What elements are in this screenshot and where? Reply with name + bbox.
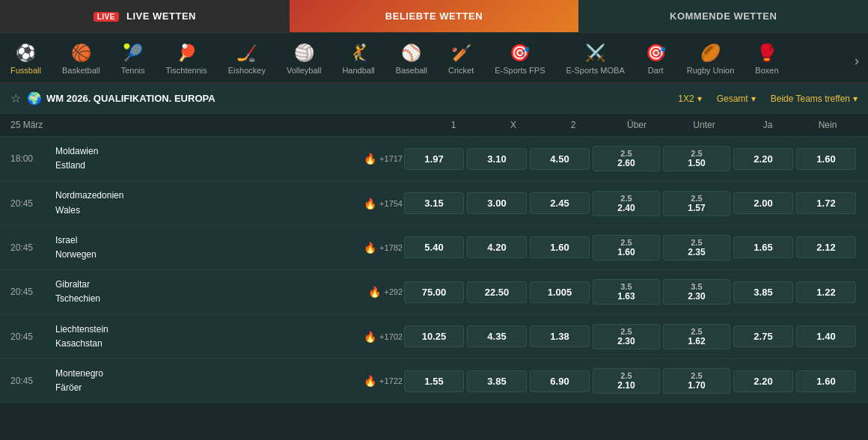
odds-btn-over[interactable]: 2.5 2.60 <box>593 146 660 171</box>
odds-btn-x[interactable]: 3.00 <box>467 192 527 214</box>
sport-label-tennis: Tennis <box>121 66 145 75</box>
sport-icon-eishockey: 🏒 <box>236 43 257 63</box>
odds-btn-2[interactable]: 2.45 <box>530 192 590 214</box>
odds-btn-over[interactable]: 2.5 2.40 <box>593 191 660 216</box>
odds-btn-over[interactable]: 2.5 2.10 <box>593 368 660 394</box>
sport-label-cricket: Cricket <box>448 66 474 75</box>
odds-btn-1[interactable]: 10.25 <box>404 326 464 347</box>
odds-btn-under[interactable]: 2.5 1.70 <box>663 368 730 394</box>
sport-icon-baseball: ⚾ <box>401 43 421 63</box>
fire-icon: 🔥 <box>364 331 376 343</box>
odds-btn-under[interactable]: 2.5 1.62 <box>663 324 730 349</box>
odds-btn-x[interactable]: 22.50 <box>467 281 527 303</box>
odds-btn-x[interactable]: 4.35 <box>467 326 527 347</box>
match-time: 20:45 <box>10 198 55 209</box>
sport-item-volleyball[interactable]: 🏐 Volleyball <box>276 39 331 84</box>
odds-btn-ja[interactable]: 2.20 <box>733 148 793 170</box>
match-row: 20:45 Gibraltar Tschechien 🔥 +292 75.00 … <box>0 270 868 314</box>
sport-item-eishockey[interactable]: 🏒 Eishockey <box>218 39 276 84</box>
match-row: 20:45 Nordmazedonien Wales 🔥 +1754 3.15 … <box>0 181 868 225</box>
odds-btn-nein[interactable]: 2.12 <box>796 236 856 258</box>
col-header-2: 2 <box>543 120 603 130</box>
favorite-star-icon[interactable]: ☆ <box>10 91 21 106</box>
match-fire: 🔥 +1722 <box>343 375 403 387</box>
odds-btn-over[interactable]: 2.5 2.30 <box>593 324 660 349</box>
odds-btn-2[interactable]: 4.50 <box>530 148 590 170</box>
sport-item-dart[interactable]: 🎯 Dart <box>635 39 676 84</box>
odds-btn-1[interactable]: 3.15 <box>404 192 464 214</box>
sport-item-fussball[interactable]: ⚽ Fussball <box>0 39 52 84</box>
odds-btn-x[interactable]: 4.20 <box>467 236 527 258</box>
odds-btn-nein[interactable]: 1.60 <box>796 148 856 170</box>
odds-btn-2[interactable]: 1.60 <box>530 236 590 258</box>
odds-btn-1[interactable]: 5.40 <box>404 236 464 258</box>
sport-item-tischtennis[interactable]: 🏓 Tischtennis <box>156 39 218 84</box>
both-teams-selector[interactable]: Beide Teams treffen ▾ <box>771 94 858 104</box>
fire-count: +1754 <box>379 199 403 208</box>
odds-btn-nein[interactable]: 1.60 <box>796 370 856 392</box>
total-selector[interactable]: Gesamt ▾ <box>717 94 756 104</box>
odds-btn-1[interactable]: 1.55 <box>404 370 464 392</box>
odds-btn-under[interactable]: 2.5 1.57 <box>663 191 730 216</box>
odds-btn-nein[interactable]: 1.22 <box>796 281 856 303</box>
odds-btn-ja[interactable]: 2.20 <box>733 370 793 392</box>
col-header-over: Über <box>603 120 670 130</box>
sport-label-esports-fps: E-Sports FPS <box>495 66 545 75</box>
team-away: Norwegen <box>55 248 343 262</box>
odds-btn-under[interactable]: 3.5 2.30 <box>663 279 730 305</box>
odds-btn-x[interactable]: 3.10 <box>467 148 527 170</box>
odds-btn-1[interactable]: 75.00 <box>404 281 464 303</box>
fire-icon: 🔥 <box>368 286 381 298</box>
sport-icon-volleyball: 🏐 <box>294 43 314 63</box>
odds-btn-nein[interactable]: 1.40 <box>796 326 856 347</box>
sport-item-baseball[interactable]: ⚾ Baseball <box>385 39 438 84</box>
sport-item-tennis[interactable]: 🎾 Tennis <box>111 39 156 84</box>
popular-wetten-tab[interactable]: BELIEBTE WETTEN <box>290 0 579 32</box>
odds-btn-over[interactable]: 3.5 1.63 <box>593 279 660 305</box>
odds-btn-nein[interactable]: 1.72 <box>796 192 856 214</box>
odds-btn-ja[interactable]: 1.65 <box>733 236 793 258</box>
odds-btn-ja[interactable]: 3.85 <box>733 281 793 303</box>
match-fire: 🔥 +1702 <box>343 331 403 343</box>
upcoming-wetten-tab[interactable]: KOMMENDE WETTEN <box>578 0 868 32</box>
sport-item-esports-fps[interactable]: 🎯 E-Sports FPS <box>484 39 555 84</box>
market-selector[interactable]: 1X2 ▾ <box>678 94 701 104</box>
odds-btn-2[interactable]: 6.90 <box>530 370 590 392</box>
team-away: Tschechien <box>55 292 343 306</box>
sport-icon-esports-fps: 🎯 <box>510 43 530 63</box>
sports-nav-arrow[interactable]: › <box>846 53 868 69</box>
sport-item-cricket[interactable]: 🏏 Cricket <box>438 39 484 84</box>
odds-btn-2[interactable]: 1.005 <box>530 281 590 303</box>
sport-icon-tennis: 🎾 <box>123 43 143 63</box>
sport-label-rugby-union: Rugby Union <box>687 66 735 75</box>
odds-btn-2[interactable]: 1.38 <box>530 326 590 347</box>
odds-btn-1[interactable]: 1.97 <box>404 148 464 170</box>
match-time: 18:00 <box>10 153 55 164</box>
match-row: 20:45 Liechtenstein Kasachstan 🔥 +1702 1… <box>0 315 868 359</box>
sport-label-baseball: Baseball <box>396 66 427 75</box>
odds-btn-under[interactable]: 2.5 2.35 <box>663 235 730 260</box>
league-title: WM 2026. QUALIFIKATION. EUROPA <box>46 93 216 104</box>
match-row: 20:45 Israel Norwegen 🔥 +1782 5.40 4.20 … <box>0 226 868 270</box>
sport-item-esports-moba[interactable]: ⚔️ E-Sports MOBA <box>556 39 635 84</box>
team-home: Israel <box>55 233 343 248</box>
odds-btn-ja[interactable]: 2.75 <box>733 326 793 347</box>
sport-item-rugby-union[interactable]: 🏉 Rugby Union <box>676 39 745 84</box>
live-wetten-tab[interactable]: LIVE LIVE WETTEN <box>0 0 290 32</box>
sport-item-basketball[interactable]: 🏀 Basketball <box>52 39 111 84</box>
fire-icon: 🔥 <box>364 375 376 387</box>
matches-container: 18:00 Moldawien Estland 🔥 +1717 1.97 3.1… <box>0 137 868 403</box>
team-home: Gibraltar <box>55 278 343 292</box>
sport-label-eishockey: Eishockey <box>228 66 266 75</box>
sport-icon-handball: 🤾 <box>349 43 369 63</box>
match-row: 20:45 Montenegro Färöer 🔥 +1722 1.55 3.8… <box>0 359 868 403</box>
sport-item-boxen[interactable]: 🥊 Boxen <box>745 39 789 84</box>
odds-btn-under[interactable]: 2.5 1.50 <box>663 146 730 171</box>
odds-btn-over[interactable]: 2.5 1.60 <box>593 235 660 260</box>
odds-btn-ja[interactable]: 2.00 <box>733 192 793 214</box>
match-time: 20:45 <box>10 376 55 386</box>
odds-btn-x[interactable]: 3.85 <box>467 370 527 392</box>
sport-label-boxen: Boxen <box>755 66 778 75</box>
match-time: 20:45 <box>10 242 55 253</box>
sport-item-handball[interactable]: 🤾 Handball <box>331 39 385 84</box>
